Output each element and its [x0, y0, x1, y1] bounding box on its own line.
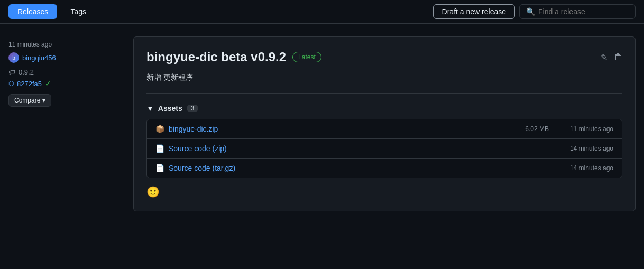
assets-label: Assets — [158, 104, 182, 113]
tag-value: 0.9.2 — [19, 68, 34, 76]
table-row: 📦 bingyue-dic.zip 6.02 MB 11 minutes ago — [147, 119, 622, 139]
delete-icon[interactable]: 🗑 — [614, 52, 622, 62]
top-bar-right: Draft a new release 🔍 — [433, 4, 636, 19]
zip-file-icon: 📦 — [155, 125, 164, 133]
sidebar-tag: 🏷 0.9.2 — [8, 68, 125, 76]
assets-section: ▼ Assets 3 📦 bingyue-dic.zip 6.02 MB 11 … — [146, 104, 622, 198]
release-timestamp: 11 minutes ago — [8, 41, 125, 48]
chevron-down-icon: ▾ — [42, 97, 45, 104]
release-title: bingyue-dic beta v0.9.2 — [146, 50, 286, 64]
release-title-row: bingyue-dic beta v0.9.2 Latest — [146, 50, 321, 64]
release-description: 新增 更新程序 — [146, 73, 622, 94]
tag-icon: 🏷 — [8, 68, 15, 76]
search-input[interactable] — [538, 7, 629, 16]
sidebar: 11 minutes ago b bingqiu456 🏷 0.9.2 ⬡ 82… — [8, 36, 125, 211]
commit-hash: 8272fa5 — [17, 80, 42, 88]
source-file-icon: 📄 — [155, 144, 164, 153]
main-content: 11 minutes ago b bingqiu456 🏷 0.9.2 ⬡ 82… — [0, 24, 644, 224]
release-actions: ✎ 🗑 — [601, 52, 622, 62]
edit-icon[interactable]: ✎ — [601, 52, 608, 62]
release-header: bingyue-dic beta v0.9.2 Latest ✎ 🗑 — [146, 50, 622, 64]
release-card: bingyue-dic beta v0.9.2 Latest ✎ 🗑 新增 更新… — [133, 36, 636, 211]
draft-new-release-button[interactable]: Draft a new release — [433, 4, 515, 19]
asset-time: 11 minutes ago — [570, 125, 613, 133]
assets-count: 3 — [187, 105, 199, 112]
asset-size: 6.02 MB — [525, 125, 549, 133]
latest-badge: Latest — [292, 52, 321, 62]
sidebar-user[interactable]: b bingqiu456 — [8, 52, 125, 63]
asset-link-source-zip[interactable]: Source code (zip) — [169, 144, 227, 153]
search-icon: 🔍 — [526, 7, 535, 16]
commit-check-icon: ✓ — [45, 79, 51, 88]
compare-label: Compare — [14, 97, 40, 104]
find-release-search[interactable]: 🔍 — [519, 4, 636, 19]
asset-link-source-tar[interactable]: Source code (tar.gz) — [169, 164, 235, 172]
table-row: 📄 Source code (zip) 14 minutes ago — [147, 139, 622, 159]
emoji-reaction-button[interactable]: 🙂 — [146, 185, 622, 198]
source-tar-icon: 📄 — [155, 164, 164, 172]
table-row: 📄 Source code (tar.gz) 14 minutes ago — [147, 159, 622, 178]
asset-link-zip[interactable]: bingyue-dic.zip — [169, 125, 218, 133]
assets-list: 📦 bingyue-dic.zip 6.02 MB 11 minutes ago… — [146, 119, 622, 178]
sidebar-commit[interactable]: ⬡ 8272fa5 ✓ — [8, 79, 125, 88]
avatar: b — [8, 52, 19, 63]
assets-triangle-icon: ▼ — [146, 104, 154, 113]
compare-button[interactable]: Compare ▾ — [8, 94, 51, 107]
commit-icon: ⬡ — [8, 80, 14, 87]
asset-time-3: 14 minutes ago — [570, 164, 613, 172]
assets-header[interactable]: ▼ Assets 3 — [146, 104, 622, 113]
releases-tab[interactable]: Releases — [8, 4, 57, 19]
top-bar: Releases Tags Draft a new release 🔍 — [0, 0, 644, 24]
username-label: bingqiu456 — [22, 54, 56, 62]
asset-time-2: 14 minutes ago — [570, 145, 613, 152]
tags-tab[interactable]: Tags — [61, 4, 95, 19]
